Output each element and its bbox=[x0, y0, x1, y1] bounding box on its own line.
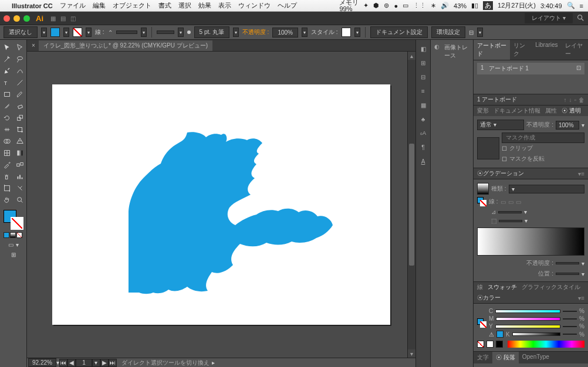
scroll-thumb[interactable] bbox=[409, 144, 414, 266]
stroke-weight-decrement[interactable]: ⌃ bbox=[108, 29, 113, 36]
tab-transform[interactable]: 変形 bbox=[477, 107, 489, 115]
ime-icon[interactable]: あ bbox=[483, 1, 493, 10]
grad-fillstroke[interactable] bbox=[477, 197, 486, 206]
cc-icon[interactable]: ⊚ bbox=[384, 2, 389, 9]
mask-thumb[interactable] bbox=[477, 137, 499, 159]
nav-next[interactable]: ▶ bbox=[100, 359, 109, 367]
k-slider[interactable] bbox=[512, 332, 560, 336]
align-dropdown[interactable] bbox=[477, 28, 483, 37]
tab-transparency[interactable]: ☉ 透明 bbox=[562, 107, 581, 115]
column-graph-tool[interactable] bbox=[14, 171, 26, 182]
artboard-down-icon[interactable]: ↓ bbox=[569, 97, 572, 103]
tab-artboards[interactable]: アートボード bbox=[474, 40, 510, 60]
slice-tool[interactable] bbox=[14, 183, 26, 193]
line-icon[interactable]: ● bbox=[394, 2, 398, 9]
selection-dropdown[interactable] bbox=[41, 28, 47, 37]
artboard-delete-icon[interactable]: 🗑 bbox=[579, 97, 584, 103]
color-fillstroke[interactable] bbox=[477, 318, 486, 328]
style-swatch[interactable] bbox=[342, 28, 351, 37]
artboard-up-icon[interactable]: ↑ bbox=[563, 97, 566, 103]
k-value[interactable] bbox=[563, 334, 577, 335]
menu-file[interactable]: ファイル bbox=[60, 1, 86, 10]
shaper-tool[interactable] bbox=[1, 101, 13, 111]
trans-opacity-dd[interactable]: ▾ bbox=[582, 122, 584, 128]
grad-stroke-opt1[interactable]: ▭ bbox=[501, 199, 506, 205]
image-trace-icon[interactable]: ◐ bbox=[434, 43, 442, 54]
canvas[interactable] bbox=[27, 52, 415, 358]
grad-angle-field[interactable] bbox=[498, 211, 522, 213]
rectangle-tool[interactable] bbox=[1, 89, 13, 100]
doc-tab-close[interactable]: × bbox=[32, 42, 35, 49]
dock-appearance-icon[interactable]: ♣ bbox=[418, 114, 428, 124]
bridge-icon[interactable]: ▦ bbox=[50, 15, 56, 22]
shape-builder-tool[interactable] bbox=[1, 136, 13, 147]
display-icon[interactable]: ▭ bbox=[403, 2, 408, 9]
stroke-weight-field[interactable] bbox=[116, 30, 137, 34]
trans-opacity-field[interactable]: 100% bbox=[556, 121, 579, 130]
rotate-tool[interactable] bbox=[1, 113, 13, 123]
doc-setup-button[interactable]: ドキュメント設定 bbox=[370, 26, 428, 38]
dock-swatch-icon[interactable]: ▦ bbox=[418, 100, 428, 110]
zoom-field[interactable]: 92.22% bbox=[28, 358, 56, 367]
y-slider[interactable] bbox=[495, 325, 560, 328]
nav-artboard[interactable]: 1 bbox=[76, 359, 92, 367]
screen-mode-normal[interactable]: ▭ bbox=[8, 242, 13, 248]
dock-color-icon[interactable]: ◧ bbox=[418, 43, 428, 54]
artboard-options-icon[interactable]: ⊡ bbox=[576, 64, 581, 73]
var-width-profile[interactable] bbox=[157, 30, 174, 34]
dock-symbols-icon[interactable]: ⊟ bbox=[418, 72, 428, 82]
paintbrush-tool[interactable] bbox=[14, 89, 26, 100]
nav-prev[interactable]: ◀ bbox=[67, 359, 76, 367]
eraser-tool[interactable] bbox=[14, 101, 26, 111]
y-value[interactable] bbox=[563, 326, 577, 327]
screen-mode-dropdown[interactable]: ▾ bbox=[16, 242, 19, 248]
artboard-new-icon[interactable]: ▫ bbox=[574, 97, 576, 103]
tab-opentype[interactable]: OpenType bbox=[519, 352, 553, 363]
stroke-weight-dropdown[interactable] bbox=[141, 28, 147, 37]
fill-swatch[interactable] bbox=[50, 28, 60, 37]
spectrum[interactable] bbox=[508, 341, 584, 348]
eyedropper-tool[interactable] bbox=[1, 159, 13, 170]
menu-object[interactable]: オブジェクト bbox=[113, 1, 151, 10]
wifi-icon[interactable]: ⋮⋮ bbox=[413, 2, 426, 9]
m-value[interactable] bbox=[563, 318, 577, 320]
opacity-dropdown[interactable] bbox=[302, 28, 307, 37]
dock-char-icon[interactable]: ₀A bbox=[418, 128, 428, 138]
minimize-button[interactable] bbox=[13, 15, 20, 22]
status-dropdown[interactable]: ▸ bbox=[212, 359, 215, 366]
scroll-up[interactable]: ▴ bbox=[408, 52, 415, 60]
tab-paragraph[interactable]: ☉ 段落 bbox=[492, 352, 519, 363]
edit-toolbar[interactable]: ⊞ bbox=[11, 252, 16, 258]
grad-stroke-opt3[interactable]: ▭ bbox=[516, 199, 521, 205]
clip-check[interactable]: ☐ bbox=[502, 145, 507, 152]
artboard[interactable] bbox=[52, 84, 390, 325]
workspace-dropdown[interactable]: レイアウト ▾ bbox=[525, 13, 573, 23]
color-mode-none[interactable] bbox=[16, 232, 22, 238]
symbol-sprayer-tool[interactable] bbox=[1, 171, 13, 182]
menu-window[interactable]: ウィンドウ bbox=[238, 1, 271, 10]
tab-layers[interactable]: レイヤー bbox=[562, 40, 588, 60]
scale-tool[interactable] bbox=[14, 113, 26, 123]
maximize-button[interactable] bbox=[23, 15, 30, 22]
grad-location-field[interactable] bbox=[556, 273, 579, 275]
warn-icon[interactable]: ⚠ bbox=[489, 331, 494, 338]
app-name[interactable]: Illustrator CC bbox=[12, 2, 53, 9]
selection-tool[interactable] bbox=[1, 42, 13, 53]
brush-def[interactable]: 5 pt. 丸筆 bbox=[194, 26, 229, 38]
artboard-item[interactable]: 1 アートボード 1 ⊡ bbox=[477, 63, 584, 74]
close-button[interactable] bbox=[4, 15, 10, 22]
color-mode-solid[interactable] bbox=[4, 232, 9, 238]
stroke-color[interactable] bbox=[11, 217, 23, 230]
blend-mode-dropdown[interactable]: 通常 ▾ bbox=[477, 120, 524, 130]
menu-effect[interactable]: 効果 bbox=[198, 1, 211, 10]
dock-para-icon[interactable]: ¶ bbox=[418, 142, 428, 152]
dropbox-icon[interactable]: ⬢ bbox=[373, 2, 379, 9]
menu-type[interactable]: 書式 bbox=[158, 1, 171, 10]
tab-character[interactable]: 文字 bbox=[474, 352, 492, 363]
brush-dropdown[interactable] bbox=[233, 28, 239, 37]
grad-type-dropdown[interactable]: ▾ bbox=[509, 185, 584, 193]
fill-stroke-indicator[interactable] bbox=[1, 210, 25, 231]
type-tool[interactable]: T bbox=[1, 77, 13, 88]
stroke-swatch[interactable] bbox=[73, 28, 82, 37]
blend-tool[interactable] bbox=[14, 159, 26, 170]
